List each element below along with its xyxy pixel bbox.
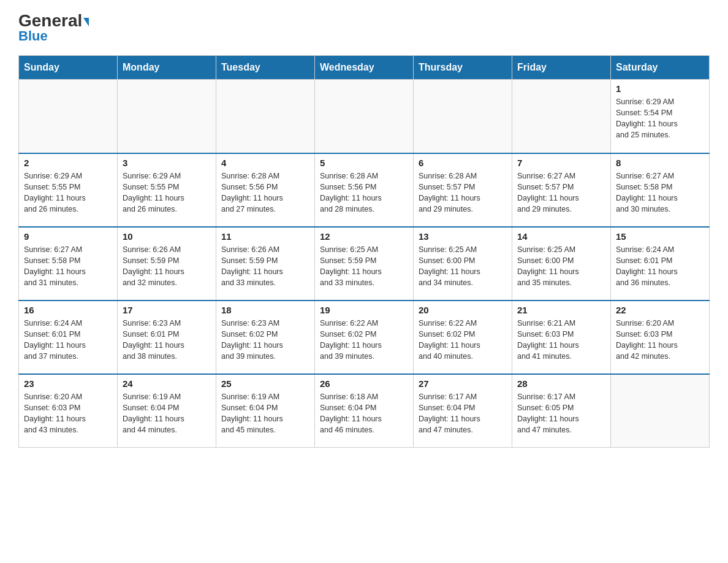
calendar-cell: 4Sunrise: 6:28 AMSunset: 5:56 PMDaylight… (216, 153, 315, 227)
day-info: Sunrise: 6:26 AMSunset: 5:59 PMDaylight:… (221, 244, 309, 289)
weekday-header-monday: Monday (118, 56, 216, 80)
calendar-cell (216, 80, 315, 153)
day-number: 10 (123, 231, 211, 242)
logo-blue-text: Blue (18, 28, 48, 44)
weekday-header-tuesday: Tuesday (216, 56, 315, 80)
day-number: 8 (616, 158, 704, 168)
calendar-cell: 5Sunrise: 6:28 AMSunset: 5:56 PMDaylight… (315, 153, 414, 227)
calendar-cell: 10Sunrise: 6:26 AMSunset: 5:59 PMDayligh… (118, 227, 216, 301)
day-number: 18 (221, 305, 309, 315)
day-number: 14 (517, 231, 605, 242)
weekday-header-row: SundayMondayTuesdayWednesdayThursdayFrid… (19, 56, 710, 80)
day-info: Sunrise: 6:29 AMSunset: 5:55 PMDaylight:… (123, 170, 211, 215)
calendar-week-row: 9Sunrise: 6:27 AMSunset: 5:58 PMDaylight… (19, 227, 710, 301)
calendar-cell: 1Sunrise: 6:29 AMSunset: 5:54 PMDaylight… (611, 80, 710, 153)
weekday-header-sunday: Sunday (19, 56, 118, 80)
weekday-header-thursday: Thursday (414, 56, 512, 80)
calendar-cell: 14Sunrise: 6:25 AMSunset: 6:00 PMDayligh… (512, 227, 611, 301)
day-number: 15 (616, 231, 704, 242)
day-info: Sunrise: 6:25 AMSunset: 5:59 PMDaylight:… (320, 244, 408, 289)
day-info: Sunrise: 6:29 AMSunset: 5:55 PMDaylight:… (24, 170, 112, 215)
calendar-week-row: 23Sunrise: 6:20 AMSunset: 6:03 PMDayligh… (19, 374, 710, 448)
logo-general-text: General (18, 12, 89, 29)
day-number: 11 (221, 231, 309, 242)
day-info: Sunrise: 6:17 AMSunset: 6:04 PMDaylight:… (419, 391, 507, 436)
day-info: Sunrise: 6:23 AMSunset: 6:01 PMDaylight:… (123, 318, 211, 362)
day-number: 25 (221, 378, 309, 389)
day-info: Sunrise: 6:19 AMSunset: 6:04 PMDaylight:… (221, 391, 309, 436)
calendar-cell: 22Sunrise: 6:20 AMSunset: 6:03 PMDayligh… (611, 301, 710, 374)
day-number: 1 (616, 83, 704, 94)
day-info: Sunrise: 6:18 AMSunset: 6:04 PMDaylight:… (320, 391, 408, 436)
calendar-cell: 25Sunrise: 6:19 AMSunset: 6:04 PMDayligh… (216, 374, 315, 448)
calendar-week-row: 2Sunrise: 6:29 AMSunset: 5:55 PMDaylight… (19, 153, 710, 227)
day-info: Sunrise: 6:26 AMSunset: 5:59 PMDaylight:… (123, 244, 211, 289)
day-info: Sunrise: 6:23 AMSunset: 6:02 PMDaylight:… (221, 318, 309, 362)
day-info: Sunrise: 6:27 AMSunset: 5:58 PMDaylight:… (616, 170, 704, 215)
day-number: 28 (517, 378, 605, 389)
calendar-cell: 28Sunrise: 6:17 AMSunset: 6:05 PMDayligh… (512, 374, 611, 448)
day-number: 3 (123, 158, 211, 168)
day-info: Sunrise: 6:20 AMSunset: 6:03 PMDaylight:… (24, 391, 112, 436)
calendar-cell: 3Sunrise: 6:29 AMSunset: 5:55 PMDaylight… (118, 153, 216, 227)
calendar-cell: 18Sunrise: 6:23 AMSunset: 6:02 PMDayligh… (216, 301, 315, 374)
calendar-cell: 16Sunrise: 6:24 AMSunset: 6:01 PMDayligh… (19, 301, 118, 374)
day-number: 16 (24, 305, 112, 315)
day-number: 17 (123, 305, 211, 315)
calendar-cell: 11Sunrise: 6:26 AMSunset: 5:59 PMDayligh… (216, 227, 315, 301)
calendar-week-row: 16Sunrise: 6:24 AMSunset: 6:01 PMDayligh… (19, 301, 710, 374)
calendar-cell: 7Sunrise: 6:27 AMSunset: 5:57 PMDaylight… (512, 153, 611, 227)
day-number: 9 (24, 231, 112, 242)
calendar-cell (611, 374, 710, 448)
day-info: Sunrise: 6:27 AMSunset: 5:58 PMDaylight:… (24, 244, 112, 289)
day-info: Sunrise: 6:22 AMSunset: 6:02 PMDaylight:… (320, 318, 408, 362)
calendar-cell (315, 80, 414, 153)
day-number: 19 (320, 305, 408, 315)
day-number: 20 (419, 305, 507, 315)
day-number: 12 (320, 231, 408, 242)
day-info: Sunrise: 6:25 AMSunset: 6:00 PMDaylight:… (517, 244, 605, 289)
day-number: 13 (419, 231, 507, 242)
day-info: Sunrise: 6:22 AMSunset: 6:02 PMDaylight:… (419, 318, 507, 362)
logo-triangle-icon (83, 18, 89, 26)
calendar-cell: 8Sunrise: 6:27 AMSunset: 5:58 PMDaylight… (611, 153, 710, 227)
day-number: 7 (517, 158, 605, 168)
day-info: Sunrise: 6:28 AMSunset: 5:56 PMDaylight:… (320, 170, 408, 215)
day-info: Sunrise: 6:20 AMSunset: 6:03 PMDaylight:… (616, 318, 704, 362)
day-number: 2 (24, 158, 112, 168)
logo: General Blue (18, 12, 89, 44)
weekday-header-wednesday: Wednesday (315, 56, 414, 80)
page-header: General Blue (18, 12, 710, 44)
day-number: 21 (517, 305, 605, 315)
calendar-cell: 13Sunrise: 6:25 AMSunset: 6:00 PMDayligh… (414, 227, 512, 301)
day-info: Sunrise: 6:19 AMSunset: 6:04 PMDaylight:… (123, 391, 211, 436)
day-number: 27 (419, 378, 507, 389)
day-info: Sunrise: 6:21 AMSunset: 6:03 PMDaylight:… (517, 318, 605, 362)
calendar-cell (19, 80, 118, 153)
day-number: 6 (419, 158, 507, 168)
calendar-table: SundayMondayTuesdayWednesdayThursdayFrid… (18, 55, 710, 448)
calendar-cell: 26Sunrise: 6:18 AMSunset: 6:04 PMDayligh… (315, 374, 414, 448)
day-number: 5 (320, 158, 408, 168)
calendar-cell: 27Sunrise: 6:17 AMSunset: 6:04 PMDayligh… (414, 374, 512, 448)
calendar-cell: 20Sunrise: 6:22 AMSunset: 6:02 PMDayligh… (414, 301, 512, 374)
day-number: 26 (320, 378, 408, 389)
day-number: 23 (24, 378, 112, 389)
calendar-cell (512, 80, 611, 153)
calendar-cell: 23Sunrise: 6:20 AMSunset: 6:03 PMDayligh… (19, 374, 118, 448)
calendar-week-row: 1Sunrise: 6:29 AMSunset: 5:54 PMDaylight… (19, 80, 710, 153)
calendar-cell: 17Sunrise: 6:23 AMSunset: 6:01 PMDayligh… (118, 301, 216, 374)
calendar-cell (118, 80, 216, 153)
calendar-cell: 9Sunrise: 6:27 AMSunset: 5:58 PMDaylight… (19, 227, 118, 301)
day-info: Sunrise: 6:24 AMSunset: 6:01 PMDaylight:… (616, 244, 704, 289)
calendar-cell: 12Sunrise: 6:25 AMSunset: 5:59 PMDayligh… (315, 227, 414, 301)
day-info: Sunrise: 6:28 AMSunset: 5:56 PMDaylight:… (221, 170, 309, 215)
calendar-cell: 24Sunrise: 6:19 AMSunset: 6:04 PMDayligh… (118, 374, 216, 448)
calendar-cell: 2Sunrise: 6:29 AMSunset: 5:55 PMDaylight… (19, 153, 118, 227)
day-info: Sunrise: 6:28 AMSunset: 5:57 PMDaylight:… (419, 170, 507, 215)
weekday-header-saturday: Saturday (611, 56, 710, 80)
day-info: Sunrise: 6:29 AMSunset: 5:54 PMDaylight:… (616, 96, 704, 141)
day-number: 22 (616, 305, 704, 315)
day-info: Sunrise: 6:25 AMSunset: 6:00 PMDaylight:… (419, 244, 507, 289)
calendar-cell: 21Sunrise: 6:21 AMSunset: 6:03 PMDayligh… (512, 301, 611, 374)
